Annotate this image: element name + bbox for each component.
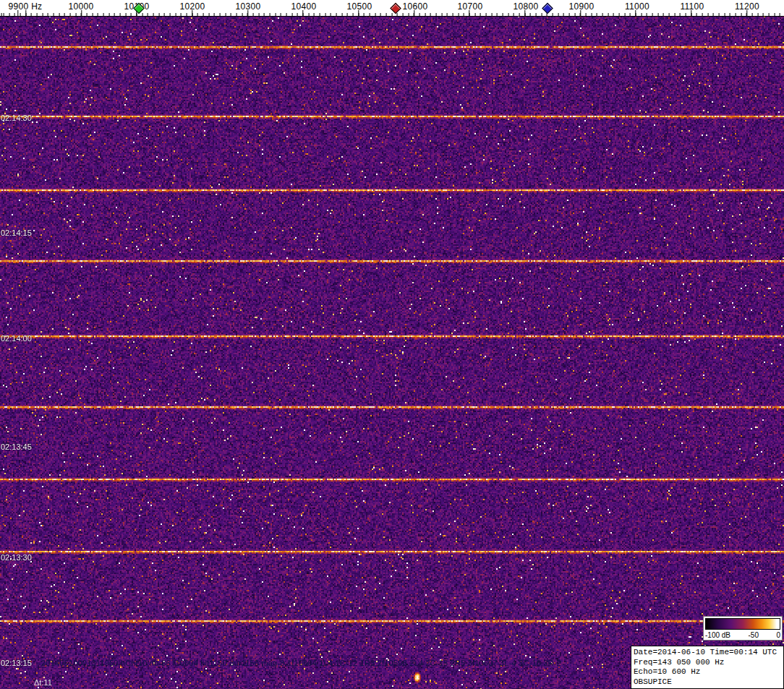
time-tick-label: 02:13:30 — [1, 553, 32, 562]
axis-tick-label: 10800 — [514, 1, 539, 12]
delta-t-label: Δt:11 — [34, 678, 52, 687]
info-frequency: Freq=143 050 000 Hz — [634, 658, 781, 668]
axis-tick-label: 10400 — [291, 1, 317, 12]
info-station-id: OBSUPICE — [634, 677, 781, 688]
axis-tick-label: 10500 — [347, 1, 372, 12]
info-echo: Echo=10 600 Hz — [634, 667, 781, 677]
axis-tick-label: 10200 — [180, 1, 205, 12]
time-tick-label: 02:14:15 — [1, 228, 32, 237]
time-tick-label: 02:13:15 — [1, 659, 32, 667]
intensity-colorbar: -100 dB -50 0 — [703, 616, 783, 641]
info-date-time: Date=2014-06-10 Time=00:14 UTC — [634, 648, 781, 658]
axis-tick-label: 11000 — [625, 1, 649, 12]
axis-tick-label: 10700 — [458, 1, 483, 12]
axis-tick-label: 10600 — [403, 1, 428, 12]
axis-tick-label: 10300 — [236, 1, 261, 12]
waterfall-spectrogram-canvas[interactable] — [0, 16, 784, 689]
axis-tick-label: 10900 — [569, 1, 595, 12]
meteor-event-log-text: 20140610001311960 hCnt10 nb-86 f10604 hi… — [41, 659, 561, 667]
colorbar-min-label: -100 dB — [705, 631, 730, 639]
axis-tick-label: 9900 Hz — [9, 1, 43, 12]
colorbar-max-label: 0 — [776, 631, 780, 639]
spectrogram-app-window: 9900 Hz100001010010200103001040010500106… — [0, 0, 784, 689]
colorbar-labels: -100 dB -50 0 — [705, 631, 780, 639]
frequency-axis: 9900 Hz100001010010200103001040010500106… — [0, 0, 784, 17]
axis-tick-label: 11200 — [735, 1, 759, 12]
time-tick-label: 02:14:00 — [1, 334, 32, 343]
axis-tick-label: 10000 — [69, 1, 94, 12]
colorbar-gradient — [705, 618, 780, 630]
time-tick-label: 02:13:45 — [1, 442, 32, 451]
time-tick-label: 02:14:30 — [1, 114, 32, 122]
axis-tick-label: 11100 — [680, 1, 704, 12]
colorbar-mid-label: -50 — [749, 631, 759, 639]
observation-info-box: Date=2014-06-10 Time=00:14 UTC Freq=143 … — [631, 646, 784, 689]
